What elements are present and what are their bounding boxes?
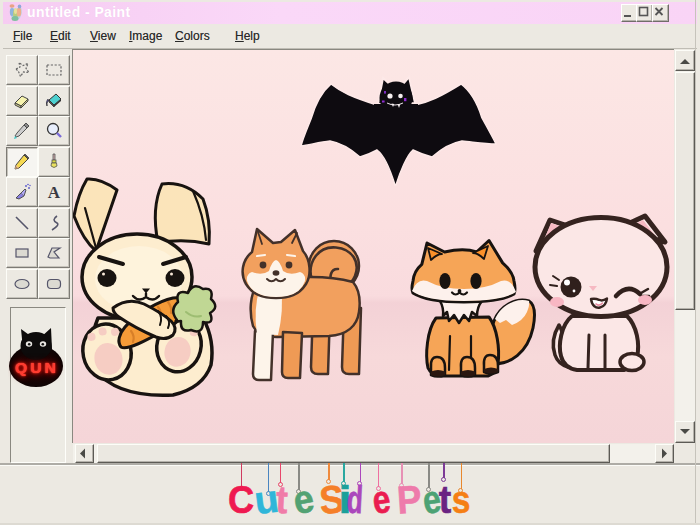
svg-text:QUN: QUN xyxy=(15,359,59,376)
svg-text:A: A xyxy=(48,183,61,202)
